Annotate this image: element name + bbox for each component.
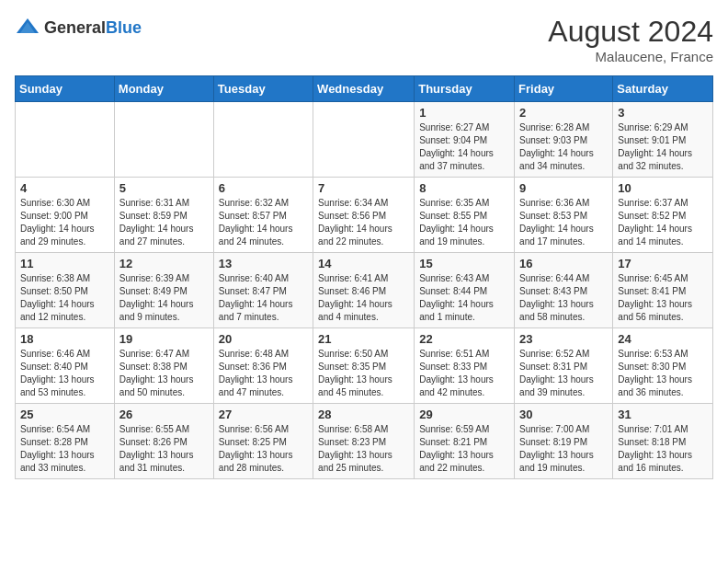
col-header-tuesday: Tuesday [213, 76, 313, 102]
day-number: 14 [318, 257, 409, 270]
day-info: Sunrise: 6:47 AM Sunset: 8:38 PM Dayligh… [119, 348, 209, 399]
day-info: Sunrise: 6:53 AM Sunset: 8:30 PM Dayligh… [618, 348, 708, 399]
day-info: Sunrise: 6:28 AM Sunset: 9:03 PM Dayligh… [519, 121, 608, 173]
day-info: Sunrise: 6:52 AM Sunset: 8:31 PM Dayligh… [519, 348, 608, 399]
col-header-sunday: Sunday [16, 76, 115, 102]
calendar-cell: 25Sunrise: 6:54 AM Sunset: 8:28 PM Dayli… [16, 404, 115, 479]
title-block: August 2024 Malaucene, France [548, 15, 713, 64]
calendar-week-row: 11Sunrise: 6:38 AM Sunset: 8:50 PM Dayli… [16, 253, 713, 328]
calendar-cell: 10Sunrise: 6:37 AM Sunset: 8:52 PM Dayli… [613, 178, 713, 253]
day-info: Sunrise: 6:51 AM Sunset: 8:33 PM Dayligh… [419, 348, 509, 399]
calendar-week-row: 25Sunrise: 6:54 AM Sunset: 8:28 PM Dayli… [16, 404, 713, 479]
location: Malaucene, France [548, 49, 713, 64]
day-number: 19 [119, 332, 209, 346]
calendar-cell: 13Sunrise: 6:40 AM Sunset: 8:47 PM Dayli… [213, 253, 313, 328]
day-number: 16 [519, 257, 608, 270]
calendar-cell: 5Sunrise: 6:31 AM Sunset: 8:59 PM Daylig… [114, 178, 213, 253]
day-number: 28 [318, 408, 409, 421]
calendar-cell: 16Sunrise: 6:44 AM Sunset: 8:43 PM Dayli… [515, 253, 613, 328]
day-info: Sunrise: 6:48 AM Sunset: 8:36 PM Dayligh… [219, 348, 308, 399]
col-header-friday: Friday [515, 76, 613, 102]
calendar-week-row: 18Sunrise: 6:46 AM Sunset: 8:40 PM Dayli… [16, 328, 713, 404]
day-number: 2 [519, 106, 608, 120]
day-info: Sunrise: 6:30 AM Sunset: 9:00 PM Dayligh… [20, 197, 109, 248]
calendar-cell: 17Sunrise: 6:45 AM Sunset: 8:41 PM Dayli… [613, 253, 713, 328]
day-info: Sunrise: 6:54 AM Sunset: 8:28 PM Dayligh… [20, 423, 109, 475]
col-header-monday: Monday [114, 76, 213, 102]
calendar-week-row: 4Sunrise: 6:30 AM Sunset: 9:00 PM Daylig… [16, 178, 713, 253]
calendar-cell: 28Sunrise: 6:58 AM Sunset: 8:23 PM Dayli… [313, 404, 415, 479]
day-number: 3 [618, 106, 708, 120]
calendar-cell: 24Sunrise: 6:53 AM Sunset: 8:30 PM Dayli… [613, 328, 713, 404]
day-number: 17 [618, 257, 708, 270]
day-number: 31 [618, 408, 708, 421]
day-info: Sunrise: 6:58 AM Sunset: 8:23 PM Dayligh… [318, 423, 409, 475]
calendar-cell: 21Sunrise: 6:50 AM Sunset: 8:35 PM Dayli… [313, 328, 415, 404]
day-info: Sunrise: 6:46 AM Sunset: 8:40 PM Dayligh… [20, 348, 109, 399]
day-info: Sunrise: 7:01 AM Sunset: 8:18 PM Dayligh… [618, 423, 708, 475]
day-number: 6 [219, 181, 308, 195]
day-number: 25 [20, 408, 109, 421]
calendar-cell: 4Sunrise: 6:30 AM Sunset: 9:00 PM Daylig… [16, 178, 115, 253]
day-info: Sunrise: 6:39 AM Sunset: 8:49 PM Dayligh… [119, 272, 209, 324]
calendar-week-row: 1Sunrise: 6:27 AM Sunset: 9:04 PM Daylig… [16, 102, 713, 178]
day-number: 10 [618, 181, 708, 195]
calendar-cell: 9Sunrise: 6:36 AM Sunset: 8:53 PM Daylig… [515, 178, 613, 253]
day-number: 11 [20, 257, 109, 270]
calendar-cell: 3Sunrise: 6:29 AM Sunset: 9:01 PM Daylig… [613, 102, 713, 178]
day-info: Sunrise: 6:56 AM Sunset: 8:25 PM Dayligh… [219, 423, 308, 475]
logo-text-general: General [44, 18, 106, 37]
calendar-cell: 20Sunrise: 6:48 AM Sunset: 8:36 PM Dayli… [213, 328, 313, 404]
day-number: 4 [20, 181, 109, 195]
calendar-cell: 29Sunrise: 6:59 AM Sunset: 8:21 PM Dayli… [415, 404, 515, 479]
day-info: Sunrise: 6:35 AM Sunset: 8:55 PM Dayligh… [419, 197, 509, 248]
day-number: 13 [219, 257, 308, 270]
calendar-cell: 19Sunrise: 6:47 AM Sunset: 8:38 PM Dayli… [114, 328, 213, 404]
page-header: GeneralBlue August 2024 Malaucene, Franc… [15, 15, 713, 64]
day-info: Sunrise: 6:29 AM Sunset: 9:01 PM Dayligh… [618, 121, 708, 173]
day-number: 22 [419, 332, 509, 346]
day-info: Sunrise: 6:34 AM Sunset: 8:56 PM Dayligh… [318, 197, 409, 248]
day-info: Sunrise: 6:32 AM Sunset: 8:57 PM Dayligh… [219, 197, 308, 248]
calendar-cell: 30Sunrise: 7:00 AM Sunset: 8:19 PM Dayli… [515, 404, 613, 479]
day-info: Sunrise: 6:40 AM Sunset: 8:47 PM Dayligh… [219, 272, 308, 324]
calendar-cell: 27Sunrise: 6:56 AM Sunset: 8:25 PM Dayli… [213, 404, 313, 479]
calendar-cell: 14Sunrise: 6:41 AM Sunset: 8:46 PM Dayli… [313, 253, 415, 328]
calendar-cell: 12Sunrise: 6:39 AM Sunset: 8:49 PM Dayli… [114, 253, 213, 328]
calendar-cell: 1Sunrise: 6:27 AM Sunset: 9:04 PM Daylig… [415, 102, 515, 178]
day-info: Sunrise: 6:38 AM Sunset: 8:50 PM Dayligh… [20, 272, 109, 324]
day-info: Sunrise: 6:50 AM Sunset: 8:35 PM Dayligh… [318, 348, 409, 399]
calendar-cell: 26Sunrise: 6:55 AM Sunset: 8:26 PM Dayli… [114, 404, 213, 479]
day-number: 8 [419, 181, 509, 195]
logo-text-blue: Blue [106, 18, 142, 37]
calendar-cell: 11Sunrise: 6:38 AM Sunset: 8:50 PM Dayli… [16, 253, 115, 328]
day-number: 15 [419, 257, 509, 270]
day-info: Sunrise: 6:27 AM Sunset: 9:04 PM Dayligh… [419, 121, 509, 173]
day-number: 1 [419, 106, 509, 120]
day-info: Sunrise: 6:36 AM Sunset: 8:53 PM Dayligh… [519, 197, 608, 248]
day-number: 23 [519, 332, 608, 346]
col-header-thursday: Thursday [415, 76, 515, 102]
calendar-cell [213, 102, 313, 178]
day-number: 9 [519, 181, 608, 195]
month-year: August 2024 [548, 15, 713, 49]
day-info: Sunrise: 7:00 AM Sunset: 8:19 PM Dayligh… [519, 423, 608, 475]
day-number: 21 [318, 332, 409, 346]
day-info: Sunrise: 6:31 AM Sunset: 8:59 PM Dayligh… [119, 197, 209, 248]
day-number: 26 [119, 408, 209, 421]
calendar-cell: 6Sunrise: 6:32 AM Sunset: 8:57 PM Daylig… [213, 178, 313, 253]
calendar-cell: 23Sunrise: 6:52 AM Sunset: 8:31 PM Dayli… [515, 328, 613, 404]
day-info: Sunrise: 6:37 AM Sunset: 8:52 PM Dayligh… [618, 197, 708, 248]
day-number: 12 [119, 257, 209, 270]
calendar-cell: 18Sunrise: 6:46 AM Sunset: 8:40 PM Dayli… [16, 328, 115, 404]
calendar-cell [16, 102, 115, 178]
day-number: 27 [219, 408, 308, 421]
calendar-cell: 7Sunrise: 6:34 AM Sunset: 8:56 PM Daylig… [313, 178, 415, 253]
day-number: 18 [20, 332, 109, 346]
calendar-cell [313, 102, 415, 178]
logo: GeneralBlue [15, 15, 142, 40]
calendar-cell: 22Sunrise: 6:51 AM Sunset: 8:33 PM Dayli… [415, 328, 515, 404]
logo-icon [15, 15, 40, 40]
day-number: 24 [618, 332, 708, 346]
calendar-table: SundayMondayTuesdayWednesdayThursdayFrid… [15, 75, 713, 479]
